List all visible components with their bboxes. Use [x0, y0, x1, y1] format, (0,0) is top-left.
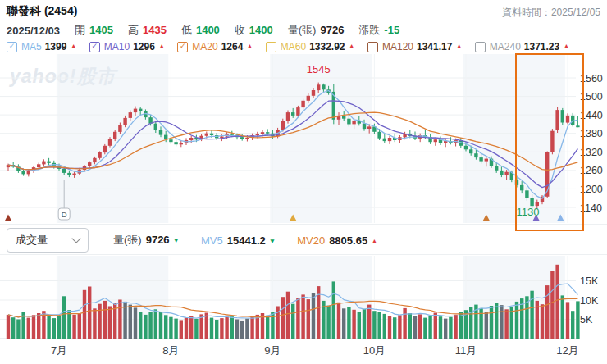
svg-text:1200: 1200 [580, 184, 603, 195]
trend-up-icon: ▲ [455, 42, 462, 50]
quote-date: 2025/12/03 [7, 25, 60, 37]
trend-down-icon: ▼ [173, 236, 180, 244]
volume-stat: 量(張)9726▼ [113, 233, 180, 248]
svg-text:9月: 9月 [264, 344, 281, 357]
svg-text:D: D [62, 210, 67, 219]
svg-text:5K: 5K [580, 314, 593, 325]
svg-text:1440: 1440 [580, 110, 603, 121]
trend-up-icon: ▲ [246, 42, 253, 50]
trend-down-icon: ▼ [269, 237, 276, 245]
trend-up-icon: ▲ [158, 42, 165, 50]
svg-text:15K: 15K [580, 275, 599, 287]
svg-text:7月: 7月 [51, 344, 67, 357]
chevron-down-icon [71, 234, 80, 243]
trend-up-icon: ▲ [349, 42, 355, 50]
info-field: 開1405 [75, 24, 113, 36]
trend-up-icon: ▲ [371, 237, 377, 245]
info-field: 高1435 [128, 24, 167, 36]
divider [0, 254, 607, 255]
dropdown-label: 成交量 [16, 233, 48, 248]
svg-text:1130: 1130 [517, 206, 540, 218]
svg-text:1140: 1140 [580, 202, 602, 214]
info-field: 收1400 [235, 24, 273, 36]
trend-up-icon: ▲ [563, 42, 569, 50]
price-chart[interactable]: 15601500144013801320126012001140D1545113… [0, 51, 607, 225]
info-field: 漲跌-15 [358, 24, 399, 36]
svg-text:1560: 1560 [580, 73, 603, 84]
svg-text:1380: 1380 [580, 128, 603, 139]
volume-chart[interactable]: 5K10K15K7月8月9月10月11月12月 [0, 256, 607, 364]
info-field: 量(張)9726 [288, 24, 345, 36]
info-field: 低1400 [181, 24, 220, 36]
svg-text:1545: 1545 [307, 63, 331, 75]
volume-type-dropdown[interactable]: 成交量 [7, 228, 89, 253]
svg-text:1260: 1260 [580, 165, 603, 176]
ohlc-info-row: 2025/12/03 開1405高1435低1400收1400量(張)9726漲… [7, 23, 414, 38]
svg-text:10月: 10月 [363, 344, 386, 357]
svg-text:12月: 12月 [556, 344, 578, 357]
volume-stat: MV515441.2▼ [201, 234, 276, 247]
stock-title: 聯發科 (2454) [7, 4, 77, 19]
volume-stat: MV208805.65▲ [297, 234, 377, 247]
stock-chart-app: 聯發科 (2454) 資料時間：2025/12/05 2025/12/03 開1… [0, 0, 607, 364]
volume-stats: 量(張)9726▼MV515441.2▼MV208805.65▲ [113, 233, 399, 248]
svg-text:1320: 1320 [580, 147, 603, 158]
svg-text:1500: 1500 [580, 91, 603, 102]
trend-up-icon: ▲ [70, 42, 76, 50]
svg-text:8月: 8月 [162, 344, 179, 357]
svg-text:11月: 11月 [455, 344, 477, 357]
ohlc-fields: 開1405高1435低1400收1400量(張)9726漲跌-15 [75, 23, 414, 38]
volume-controls-row: 成交量 量(張)9726▼MV515441.2▼MV208805.65▲ [7, 228, 399, 253]
svg-text:10K: 10K [580, 295, 599, 307]
data-timestamp: 資料時間：2025/12/05 [502, 6, 600, 20]
